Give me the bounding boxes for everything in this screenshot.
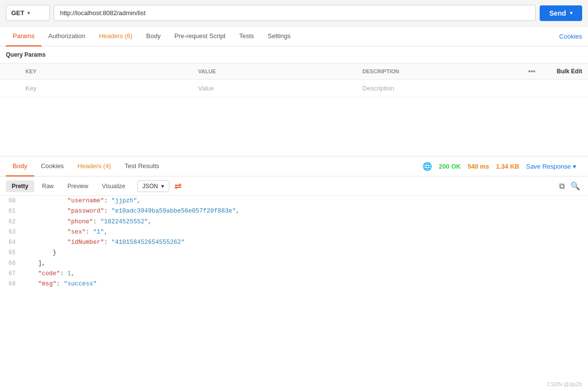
line-content: "password": "e10adc3949ba59abbe56e057f20… [23, 206, 584, 217]
table-row: Key Value Description [0, 80, 588, 97]
line-number: 61 [4, 206, 23, 216]
line-number: 60 [4, 196, 23, 206]
json-structure [23, 260, 38, 267]
line-content: "msg": "success" [23, 279, 584, 289]
json-structure [23, 239, 67, 246]
json-key: "sex" [67, 229, 86, 236]
line-content: "sex": "1", [23, 227, 584, 238]
fmt-tab-visualize[interactable]: Visualize [96, 180, 131, 192]
json-structure [23, 208, 67, 215]
json-line: 60 "username": "jjpzh", [0, 196, 588, 206]
tab-headers[interactable]: Headers (6) [92, 26, 140, 46]
json-string-value: "18224525552" [101, 218, 148, 225]
json-punctuation: : [60, 270, 67, 277]
json-punctuation: : [104, 239, 111, 246]
json-line: 67 "code": 1, [0, 269, 588, 279]
json-structure [23, 229, 67, 236]
col-more: ••• [523, 64, 551, 80]
json-string-value: "410158452654555262" [111, 239, 185, 246]
line-content: ], [23, 259, 584, 269]
col-bulk-edit: Bulk Edit [551, 64, 588, 80]
line-content: "phone": "18224525552", [23, 217, 584, 227]
json-punctuation: , [71, 270, 75, 277]
key-cell[interactable]: Key [0, 80, 192, 97]
json-punctuation: : [104, 197, 111, 204]
json-key: "username" [67, 197, 104, 204]
line-content: "code": 1, [23, 269, 584, 279]
fmt-tab-preview[interactable]: Preview [62, 180, 94, 192]
col-value: VALUE [192, 64, 357, 80]
json-key: "password" [67, 208, 104, 215]
filter-button[interactable]: ⇌ [174, 181, 182, 192]
json-string-value: "1" [93, 229, 105, 236]
json-punctuation: : [86, 229, 93, 236]
method-select[interactable]: GET ▾ [6, 5, 50, 21]
json-string-value: "success" [64, 281, 97, 287]
more-icon[interactable]: ••• [528, 67, 536, 75]
description-cell[interactable]: Description [357, 80, 523, 97]
method-label: GET [11, 9, 24, 17]
status-ok: 200 OK [439, 163, 461, 170]
json-structure [23, 197, 67, 204]
value-cell[interactable]: Value [192, 80, 357, 97]
line-number: 64 [4, 238, 23, 247]
res-tab-test-results[interactable]: Test Results [118, 156, 166, 176]
json-punctuation: : [57, 281, 64, 287]
send-button[interactable]: Send ▾ [540, 5, 582, 21]
save-response-button[interactable]: Save Response ▾ [526, 163, 576, 170]
query-params-header: Query Params [0, 46, 588, 63]
request-tabs: Params Authorization Headers (6) Body Pr… [0, 26, 588, 46]
json-line: 68 "msg": "success" [0, 279, 588, 289]
json-punctuation: , [104, 229, 108, 236]
json-structure [23, 249, 53, 256]
search-icon[interactable]: 🔍 [568, 179, 582, 193]
json-format-select[interactable]: JSON ▾ [137, 180, 169, 192]
line-number: 67 [4, 269, 23, 279]
json-punctuation: : [104, 208, 111, 215]
col-description: DESCRIPTION [357, 64, 523, 80]
fmt-tab-raw[interactable]: Raw [36, 180, 60, 192]
save-response-chevron-icon: ▾ [573, 163, 576, 170]
url-input[interactable] [54, 5, 536, 21]
json-key: "msg" [38, 281, 57, 287]
url-bar: GET ▾ Send ▾ [0, 0, 588, 26]
format-bar: Pretty Raw Preview Visualize JSON ▾ ⇌ ⧉ … [0, 176, 588, 196]
tab-tests[interactable]: Tests [232, 26, 261, 46]
copy-icon[interactable]: ⧉ [557, 180, 567, 193]
tab-authorization[interactable]: Authorization [42, 26, 92, 46]
json-punctuation: , [137, 197, 141, 204]
params-table: KEY VALUE DESCRIPTION ••• Bulk Edit Key … [0, 63, 588, 97]
tab-body[interactable]: Body [139, 26, 168, 46]
line-number: 62 [4, 217, 23, 227]
tab-prerequest[interactable]: Pre-request Script [168, 26, 232, 46]
json-structure [23, 281, 38, 287]
cookies-link[interactable]: Cookies [559, 27, 582, 46]
json-string-value: "jjpzh" [111, 197, 137, 204]
json-line: 64 "idNumber": "410158452654555262" [0, 238, 588, 248]
col-key: KEY [0, 64, 192, 80]
json-punctuation: , [148, 218, 152, 225]
json-punctuation: , [236, 208, 240, 215]
empty-params-area [0, 97, 588, 156]
tab-params[interactable]: Params [6, 26, 42, 46]
watermark: CSDN @JjpZh [547, 381, 582, 387]
globe-icon: 🌐 [422, 162, 432, 171]
method-chevron-icon: ▾ [27, 10, 30, 16]
json-string-value: "e10adc3949ba59abbe56e057f20f883e" [111, 208, 236, 215]
response-status: 🌐 200 OK 540 ms 1.34 KB Save Response ▾ [417, 162, 582, 171]
line-number: 63 [4, 227, 23, 237]
json-viewer[interactable]: 60 "username": "jjpzh",61 "password": "e… [0, 196, 588, 391]
json-chevron-icon: ▾ [161, 183, 164, 190]
res-tab-headers[interactable]: Headers (4) [71, 156, 118, 176]
res-tab-cookies[interactable]: Cookies [34, 156, 71, 176]
json-key: "phone" [67, 218, 93, 225]
fmt-tab-pretty[interactable]: Pretty [6, 180, 34, 192]
json-structure: } [53, 249, 57, 256]
line-content: } [23, 248, 584, 258]
res-tab-body[interactable]: Body [6, 156, 34, 176]
json-structure [23, 270, 38, 277]
json-line: 66 ], [0, 259, 588, 269]
tab-settings[interactable]: Settings [261, 26, 297, 46]
line-content: "username": "jjpzh", [23, 196, 584, 206]
line-number: 66 [4, 259, 23, 268]
